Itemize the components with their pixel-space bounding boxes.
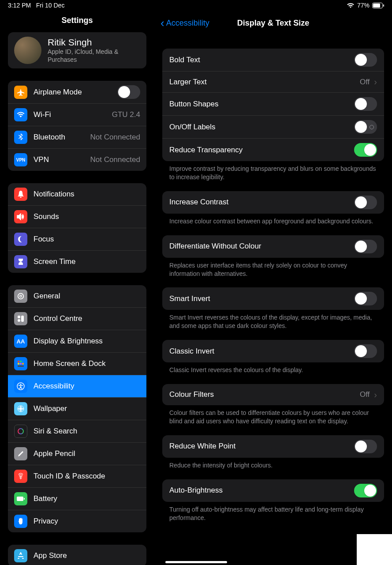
svg-point-4 [20,295,22,298]
sidebar-item-screentime[interactable]: Screen Time [8,250,146,273]
contrast-label: Increase Contrast [169,198,350,207]
battery-icon [14,492,27,505]
sounds-label: Sounds [34,212,140,221]
home-indicator[interactable] [165,561,227,563]
sidebar-item-vpn[interactable]: VPN VPN Not Connected [8,148,146,171]
diff-toggle[interactable] [354,240,377,253]
focus-label: Focus [34,235,140,244]
sidebar-item-wallpaper[interactable]: Wallpaper [8,397,146,420]
siri-label: Siri & Search [34,427,140,436]
svg-point-3 [18,294,24,299]
sidebar-item-notifications[interactable]: Notifications [8,183,146,205]
contrast-toggle[interactable] [354,196,377,209]
gear-icon [14,290,27,303]
chevron-right-icon: › [374,77,377,87]
svg-rect-22 [24,498,25,500]
white-footer: Reduce the intensity of bright colours. [162,458,384,479]
row-bold-text[interactable]: Bold Text [162,49,384,71]
classic-footer: Classic Invert reverses the colours of t… [162,362,384,384]
status-right: 77% [347,2,384,9]
detail-scroll[interactable]: Bold Text Larger Text Off › Button Shape… [154,35,392,565]
sidebar-item-home[interactable]: Home Screen & Dock [8,352,146,375]
auto-toggle[interactable] [354,484,377,497]
svg-rect-12 [20,363,22,365]
diff-footer: Replaces user interface items that rely … [162,258,384,288]
appstore-label: App Store [34,551,140,560]
back-label: Accessibility [166,19,209,28]
white-toggle[interactable] [354,440,377,453]
sidebar-item-wifi[interactable]: Wi-Fi GTU 2.4 [8,103,146,126]
back-button[interactable]: ‹ Accessibility [161,17,209,29]
sidebar-item-siri[interactable]: Siri & Search [8,420,146,442]
svg-rect-9 [20,361,22,362]
svg-rect-13 [22,363,24,365]
sidebar-item-privacy[interactable]: Privacy [8,510,146,532]
classic-toggle[interactable] [354,344,377,358]
auto-footer: Turning off auto-brightness may affect b… [162,502,384,527]
profile-card[interactable]: Ritik Singh Apple ID, iCloud, Media & Pu… [8,32,146,68]
sidebar-item-general[interactable]: General [8,285,146,307]
svg-rect-5 [18,316,20,318]
status-time: 3:12 PM [8,2,31,9]
row-smart-invert[interactable]: Smart Invert [162,287,384,310]
svg-point-16 [20,384,22,385]
smart-toggle[interactable] [354,292,377,305]
svg-rect-8 [18,361,19,362]
bluetooth-value: Not Connected [90,133,140,142]
row-reduce-transparency[interactable]: Reduce Transparency [162,138,384,161]
sidebar-scroll[interactable]: Ritik Singh Apple ID, iCloud, Media & Pu… [0,32,154,565]
svg-point-7 [18,319,20,322]
airplane-label: Airplane Mode [34,88,111,97]
sidebar-item-touchid[interactable]: Touch ID & Passcode [8,465,146,487]
transparency-toggle[interactable] [354,143,377,157]
row-auto-brightness[interactable]: Auto-Brightness [162,479,384,502]
wifi-label: Wi-Fi [34,110,106,119]
white-label: Reduce White Point [169,442,350,451]
bell-icon [14,188,27,201]
diff-label: Differentiate Without Colour [169,242,350,251]
screentime-label: Screen Time [34,257,140,266]
hand-icon [14,515,27,528]
svg-rect-1 [373,4,380,8]
airplane-toggle[interactable] [117,85,140,99]
sidebar-item-display[interactable]: AA Display & Brightness [8,330,146,352]
svg-rect-21 [17,497,23,501]
row-onoff-labels[interactable]: On/Off Labels [162,115,384,138]
vpn-value: Not Connected [90,155,140,164]
row-colour-filters[interactable]: Colour Filters Off › [162,384,384,405]
sidebar-item-control[interactable]: Control Centre [8,307,146,330]
sidebar-item-bluetooth[interactable]: Bluetooth Not Connected [8,126,146,148]
sidebar-item-pencil[interactable]: Apple Pencil [8,442,146,465]
sidebar-item-appstore[interactable]: App Store [8,545,146,565]
smart-label: Smart Invert [169,294,350,303]
auto-label: Auto-Brightness [169,486,350,495]
sidebar-item-airplane[interactable]: Airplane Mode [8,81,146,103]
sidebar-item-accessibility[interactable]: Accessibility [8,375,146,397]
siri-icon [14,425,27,438]
appstore-icon [14,549,27,562]
row-differentiate[interactable]: Differentiate Without Colour [162,235,384,258]
classic-label: Classic Invert [169,347,350,356]
bold-toggle[interactable] [354,53,377,67]
pencil-icon [14,447,27,460]
onoff-toggle[interactable] [354,120,377,134]
accessibility-label: Accessibility [34,382,140,391]
row-button-shapes[interactable]: Button Shapes [162,92,384,115]
row-reduce-white[interactable]: Reduce White Point [162,435,384,458]
status-date: Fri 10 Dec [36,2,65,9]
aa-icon: AA [14,335,27,348]
profile-sub: Apple ID, iCloud, Media & Purchases [48,48,140,64]
row-increase-contrast[interactable]: Increase Contrast [162,191,384,214]
filters-value: Off [360,390,370,399]
sidebar-item-sounds[interactable]: Sounds [8,205,146,228]
sidebar-item-focus[interactable]: Focus [8,228,146,250]
svg-rect-2 [383,4,384,7]
notifications-label: Notifications [34,190,140,199]
bluetooth-label: Bluetooth [34,133,84,142]
larger-label: Larger Text [169,78,355,87]
row-larger-text[interactable]: Larger Text Off › [162,71,384,92]
row-classic-invert[interactable]: Classic Invert [162,340,384,362]
shapes-toggle[interactable] [354,97,377,111]
sidebar-item-battery[interactable]: Battery [8,487,146,510]
airplane-icon [14,86,27,99]
